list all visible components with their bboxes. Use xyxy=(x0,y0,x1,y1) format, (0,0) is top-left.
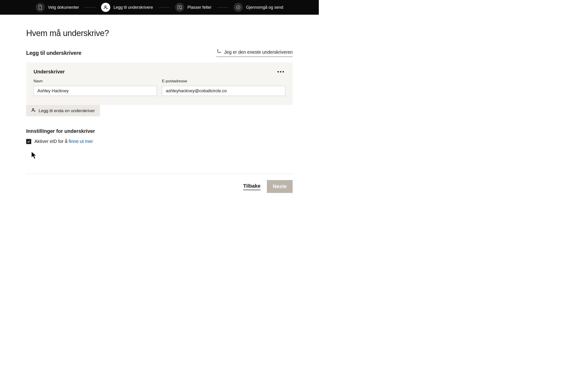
eid-checkbox-row: Aktiver eID for å finne ut mer xyxy=(26,139,293,144)
step-label: Plasser felter xyxy=(187,5,212,10)
only-signer-button[interactable]: Jeg er den eneste underskriveren xyxy=(216,49,293,57)
only-signer-label: Jeg er den eneste underskriveren xyxy=(224,50,293,55)
back-button[interactable]: Tilbake xyxy=(243,183,260,190)
learn-more-link[interactable]: finne ut mer xyxy=(69,139,93,144)
person-plus-icon xyxy=(101,3,110,12)
stepper-header: Velg dokumenter Legg til underskrivere P… xyxy=(0,0,319,15)
page-title: Hvem må underskrive? xyxy=(26,28,293,38)
step-place-fields[interactable]: Plasser felter xyxy=(175,3,212,12)
cursor-icon xyxy=(31,151,37,160)
name-input[interactable] xyxy=(34,86,157,96)
step-label: Legg til underskrivere xyxy=(113,5,153,10)
step-divider xyxy=(217,7,228,8)
step-label: Velg dokumenter xyxy=(48,5,79,10)
name-label: Navn xyxy=(34,79,157,83)
step-review-send[interactable]: Gjennomgå og send xyxy=(233,3,283,12)
signature-icon xyxy=(216,49,221,55)
step-add-signers[interactable]: Legg til underskrivere xyxy=(101,3,153,12)
eid-checkbox[interactable] xyxy=(26,139,31,144)
email-input[interactable] xyxy=(162,86,285,96)
step-divider xyxy=(85,7,95,8)
section-row: Legg til underskrivere Jeg er den eneste… xyxy=(26,49,293,57)
signer-menu-button[interactable] xyxy=(276,70,285,74)
document-icon xyxy=(36,3,45,12)
person-plus-icon xyxy=(31,108,36,114)
settings-heading: Innstillinger for underskriver xyxy=(26,128,293,134)
field-row: Navn E-postadresse xyxy=(34,79,285,96)
footer: Tilbake Neste xyxy=(26,174,293,193)
next-button[interactable]: Neste xyxy=(267,180,293,193)
signer-title: Underskriver xyxy=(34,69,65,75)
section-heading: Legg til underskrivere xyxy=(26,50,81,56)
eid-label: Aktiver eID for å finne ut mer xyxy=(35,139,93,144)
email-label: E-postadresse xyxy=(162,79,285,83)
svg-point-0 xyxy=(105,6,106,7)
signer-card: Underskriver Navn E-postadresse xyxy=(26,62,293,105)
svg-point-2 xyxy=(236,6,240,9)
step-divider xyxy=(158,7,170,8)
signer-card-header: Underskriver xyxy=(34,69,285,75)
svg-point-3 xyxy=(32,108,34,110)
check-icon xyxy=(27,140,30,143)
check-circle-icon xyxy=(233,3,243,12)
step-label: Gjennomgå og send xyxy=(246,5,283,10)
step-select-documents[interactable]: Velg dokumenter xyxy=(36,3,79,12)
email-field-group: E-postadresse xyxy=(162,79,285,96)
name-field-group: Navn xyxy=(34,79,157,96)
add-signer-button[interactable]: Legg til enda en underskriver xyxy=(26,105,100,116)
main-container: Hvem må underskrive? Legg til underskriv… xyxy=(26,15,293,144)
text-field-icon xyxy=(175,3,184,12)
add-signer-label: Legg til enda en underskriver xyxy=(39,108,95,113)
